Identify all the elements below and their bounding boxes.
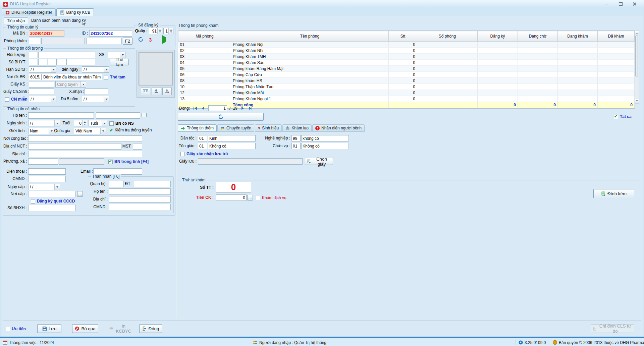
dien-thoai-input[interactable]: [28, 168, 66, 175]
minimize-button[interactable]: [602, 1, 611, 7]
so-bhxh-input[interactable]: [28, 205, 76, 211]
bn-co-ns-checkbox[interactable]: BN có NS: [109, 121, 134, 126]
col-ma-phong[interactable]: Mã phòng: [178, 31, 231, 42]
next-page-button[interactable]: [240, 106, 246, 111]
phong-kham-name-input[interactable]: [41, 38, 85, 44]
clinic-table-row[interactable]: 03Phòng Khám TMH0: [178, 54, 635, 60]
bhyt-part5-input[interactable]: [66, 59, 95, 65]
tien-ck-browse-button[interactable]: ...: [247, 195, 253, 200]
cn-mien-date[interactable]: / /: [29, 96, 56, 102]
bhyt-part2-input[interactable]: [38, 59, 47, 65]
first-page-button[interactable]: [192, 106, 198, 111]
tab-chuyen-tuyen[interactable]: Chuyển tuyến: [217, 124, 254, 132]
phong-kham-extra-input[interactable]: [86, 38, 122, 44]
clinic-table-row[interactable]: 06Phòng Cấp Cứu0: [178, 72, 635, 78]
subtab-danh-sach-benh-nhan[interactable]: Danh sách bệnh nhân đăng ký: [28, 17, 89, 24]
nghe-nghiep-code-input[interactable]: [291, 135, 301, 141]
the-tam-button[interactable]: Thẻ tạm: [110, 59, 129, 65]
doi-tuong-name-input[interactable]: [38, 52, 95, 58]
bn-trong-tinh-checkbox[interactable]: BN trong tỉnh [F4]: [108, 159, 149, 164]
scrollbar-thumb[interactable]: [635, 36, 638, 76]
the-tam-checkbox[interactable]: Thẻ tạm: [104, 74, 125, 80]
scan-card-button[interactable]: [141, 87, 150, 95]
stepper-arrows[interactable]: [157, 28, 162, 34]
mst-input[interactable]: [133, 143, 142, 150]
subtab-tiep-nhan[interactable]: Tiếp nhận: [4, 17, 28, 24]
quay-stepper[interactable]: [149, 28, 162, 34]
than-nhan-dia-chi-input[interactable]: [109, 196, 171, 203]
remove-photo-button[interactable]: [162, 87, 172, 95]
col-ten-phong[interactable]: Tên phòng: [231, 31, 389, 42]
giay-ks-input[interactable]: [29, 81, 54, 88]
counter-value[interactable]: [164, 28, 168, 34]
nghe-nghiep-name-input[interactable]: [301, 135, 349, 141]
col-dang-cho[interactable]: Đang chờ: [518, 31, 558, 42]
noi-cap-input[interactable]: [28, 191, 76, 197]
uu-tien-checkbox[interactable]: Ưu tiên: [6, 326, 26, 332]
col-dang-kham[interactable]: Đang khám: [558, 31, 598, 42]
start-button[interactable]: [162, 37, 166, 42]
doi-tuong-code-input[interactable]: [29, 52, 38, 58]
cmnd-input[interactable]: [28, 176, 66, 182]
kiem-tra-thong-tuyen-button[interactable]: ✔ Kiểm tra thông tuyến: [109, 128, 152, 132]
phong-kham-code-input[interactable]: [29, 38, 41, 44]
bhyt-part4-input[interactable]: [57, 59, 66, 65]
phuong-xa-name-input[interactable]: [59, 158, 104, 165]
table-scrollbar[interactable]: [635, 31, 639, 104]
capture-photo-button[interactable]: [152, 87, 161, 95]
tab-kham-lao[interactable]: Khám lao: [282, 124, 312, 132]
tab-hospital-register[interactable]: DHG.Hospital Register: [2, 8, 56, 16]
dang-ky-quet-cccd-checkbox[interactable]: Đăng ký quét CCCD: [31, 198, 75, 204]
quan-he-input[interactable]: [109, 181, 124, 187]
clinic-table-row[interactable]: 04Phòng Khám Sản0: [178, 60, 635, 66]
dinh-kem-button[interactable]: Đính kèm: [593, 189, 634, 198]
tuoi-unit-combo[interactable]: Tuổi: [89, 120, 107, 126]
bhyt-part3-input[interactable]: [48, 59, 57, 65]
page-input[interactable]: [208, 105, 227, 111]
tat-ca-checkbox[interactable]: Tất cả: [614, 114, 632, 119]
dia-chi-nct-input[interactable]: [28, 143, 121, 150]
xnhan-input[interactable]: [85, 89, 108, 95]
chuc-vu-code-input[interactable]: [291, 143, 301, 149]
tab-thong-tin-them[interactable]: Thông tin thêm: [178, 124, 217, 132]
quoc-gia-combo[interactable]: Việt Nam: [74, 128, 106, 134]
dan-toc-name-input[interactable]: [208, 135, 256, 141]
clinic-table-row[interactable]: 08Phòng khám HS0: [178, 78, 635, 84]
tab-sinh-hieu[interactable]: ♥ Sinh hiệu: [255, 124, 282, 132]
ngay-cap-date[interactable]: / /: [28, 184, 60, 190]
tuyen-combo[interactable]: Cùng tuyến: [55, 81, 86, 88]
den-ngay-date[interactable]: / /: [82, 66, 109, 73]
phuong-xa-code-input[interactable]: [28, 158, 58, 165]
giay-chsinh-input[interactable]: [29, 89, 54, 95]
scroll-up-icon[interactable]: [635, 31, 639, 35]
col-da-kham[interactable]: Đã khám: [598, 31, 635, 42]
ngay-sinh-date[interactable]: / /: [28, 120, 60, 126]
quay-value[interactable]: [149, 28, 157, 34]
noi-cong-tac-input[interactable]: [28, 135, 142, 142]
giay-luu-input[interactable]: [198, 158, 303, 165]
print-kcbyc-button[interactable]: In KCBYC: [107, 324, 135, 333]
col-dang-ky[interactable]: Đăng ký: [478, 31, 518, 42]
han-sd-date[interactable]: / /: [29, 66, 56, 73]
chuc-vu-name-input[interactable]: [301, 143, 349, 149]
tien-ck-input[interactable]: [216, 194, 247, 201]
than-nhan-dt-input[interactable]: [134, 181, 171, 187]
kham-dich-vu-checkbox[interactable]: Khám dịch vụ: [256, 195, 286, 200]
dia-chi-input[interactable]: [28, 151, 142, 157]
ime-icon[interactable]: [142, 113, 147, 118]
tab-dang-ky-kcb[interactable]: Đăng ký KCB: [56, 8, 94, 16]
id-input[interactable]: [89, 30, 132, 37]
tab-nhan-dien-nguoi-benh[interactable]: ! Nhận diện người bệnh: [312, 124, 365, 132]
chi-dinh-cls-button[interactable]: Chỉ định CLS tự do: [591, 324, 634, 333]
cn-mien-checkbox[interactable]: CN miễn: [5, 97, 28, 102]
tuoi-value[interactable]: [74, 120, 82, 126]
bhyt-part1-input[interactable]: [29, 59, 38, 65]
ho-ten-input[interactable]: [28, 112, 94, 119]
dan-toc-code-input[interactable]: [198, 135, 207, 141]
clinic-table-row[interactable]: 10Phòng Thận Nhân Tạo0: [178, 84, 635, 90]
clinic-table-row[interactable]: 01Phòng Khám Nội0: [178, 42, 635, 48]
prev-page-button[interactable]: [200, 106, 206, 111]
close-form-button[interactable]: Đóng: [139, 324, 162, 333]
giay-xac-nhan-checkbox[interactable]: Giấy xác nhận lưu trú: [180, 151, 228, 157]
refresh-number-button[interactable]: [138, 37, 143, 43]
